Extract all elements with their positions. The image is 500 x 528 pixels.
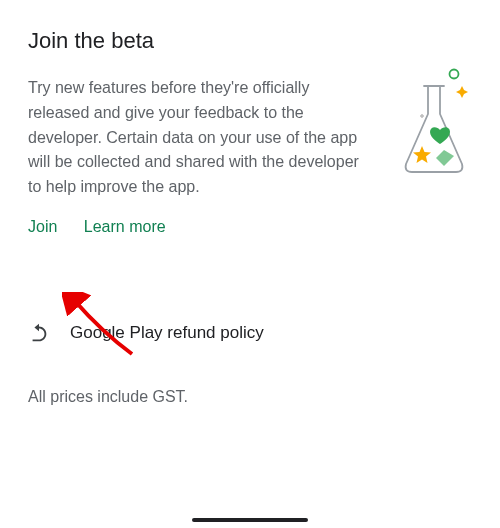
refund-policy-label: Google Play refund policy (70, 323, 264, 343)
nav-home-indicator (192, 518, 308, 522)
beta-flask-icon (382, 68, 472, 188)
svg-point-0 (450, 70, 459, 79)
beta-text-block: Try new features before they're official… (28, 76, 370, 200)
join-button[interactable]: Join (28, 218, 57, 236)
beta-description: Try new features before they're official… (28, 76, 370, 200)
learn-more-link[interactable]: Learn more (84, 218, 166, 236)
refund-policy-row[interactable]: Google Play refund policy (28, 322, 472, 344)
beta-actions: Join Learn more (28, 218, 472, 236)
beta-section-title: Join the beta (28, 28, 472, 54)
beta-row: Try new features before they're official… (28, 76, 472, 200)
gst-note: All prices include GST. (28, 388, 472, 406)
undo-icon (28, 322, 50, 344)
